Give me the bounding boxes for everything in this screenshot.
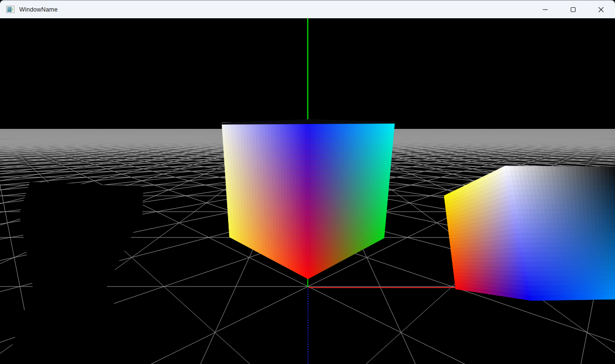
window-title: WindowName bbox=[19, 6, 58, 13]
maximize-button[interactable] bbox=[559, 0, 587, 19]
app-icon-strip bbox=[12, 7, 13, 11]
close-button[interactable] bbox=[587, 0, 615, 19]
maximize-icon bbox=[570, 7, 576, 13]
app-window: WindowName bbox=[0, 0, 615, 364]
window-controls bbox=[531, 0, 615, 19]
titlebar[interactable]: WindowName bbox=[0, 0, 615, 18]
minimize-button[interactable] bbox=[531, 0, 559, 19]
close-icon bbox=[598, 7, 604, 13]
3d-viewport-canvas[interactable] bbox=[0, 18, 615, 364]
app-icon-main-pane bbox=[7, 7, 12, 12]
app-icon bbox=[6, 6, 14, 13]
minimize-icon bbox=[542, 7, 548, 13]
